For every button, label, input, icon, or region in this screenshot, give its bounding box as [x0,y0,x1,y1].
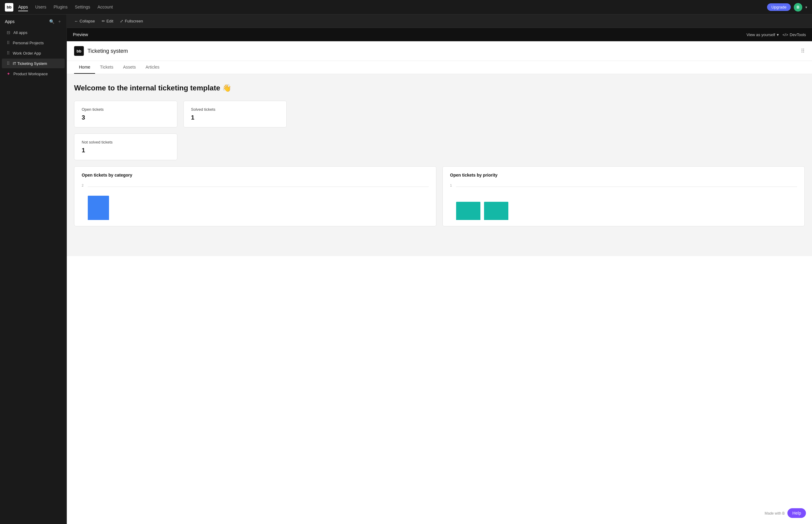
chart-priority: Open tickets by priority 1 [443,166,805,226]
edit-label: Edit [107,19,113,23]
chart-bar [88,196,109,220]
sidebar-title: Apps [5,19,15,24]
edit-button[interactable]: ✏ Edit [99,18,116,24]
charts-row: Open tickets by category 2 Ope [74,166,805,226]
content-area: ↔ Collapse ✏ Edit ⤢ Fullscreen Preview V… [67,15,812,524]
app-preview: bb Ticketing system ⠿ Home Tickets Asset… [67,41,812,524]
top-nav-right: Upgrade B ▾ [767,3,807,12]
sidebar-item-label: All apps [13,30,27,35]
stat-label: Not solved tickets [82,140,170,144]
grid-icon: ⊟ [7,30,10,35]
chart-area-category: 2 [82,183,429,220]
dots-icon: ⠿ [7,51,10,55]
sidebar-item-work-order-app[interactable]: ⠿ Work Order App [2,48,65,58]
chart-bar-1 [456,202,480,220]
fullscreen-button[interactable]: ⤢ Fullscreen [117,18,145,24]
stat-label: Open tickets [82,107,170,112]
preview-title: Preview [73,32,88,37]
stat-value: 1 [191,114,279,121]
collapse-label: Collapse [80,19,95,23]
devtools-label: DevTools [790,32,806,37]
app-nav: Home Tickets Assets Articles [67,61,812,74]
stat-value: 1 [82,147,170,154]
search-icon[interactable]: 🔍 [49,19,54,24]
stat-value: 3 [82,114,170,121]
dots-icon: ⠿ [7,61,10,66]
main-layout: Apps 🔍 ＋ ⊟ All apps ⠿ Personal Projects … [0,15,812,524]
stat-card-not-solved: Not solved tickets 1 [74,133,177,160]
upgrade-button[interactable]: Upgrade [767,3,791,11]
app-content: Welcome to the internal ticketing templa… [67,74,812,256]
preview-header: Preview View as yourself ▾ </> DevTools [67,28,812,41]
collapse-icon: ↔ [74,19,78,23]
chart-title: Open tickets by category [82,173,429,178]
app-nav-home[interactable]: Home [74,61,95,74]
edit-icon: ✏ [102,19,105,23]
fullscreen-icon: ⤢ [120,19,123,23]
nav-settings[interactable]: Settings [75,3,90,11]
star-icon: ✦ [7,71,10,76]
sidebar-header: Apps 🔍 ＋ [0,15,66,27]
collapse-button[interactable]: ↔ Collapse [71,18,97,24]
nav-users[interactable]: Users [35,3,46,11]
chart-category: Open tickets by category 2 [74,166,436,226]
stats-row-1: Open tickets 3 Solved tickets 1 [74,101,805,128]
sidebar-item-all-apps[interactable]: ⊟ All apps [2,28,65,37]
stat-card-solved-tickets: Solved tickets 1 [184,101,287,128]
sidebar-item-it-ticketing-system[interactable]: ⠿ IT Ticketing System [2,59,65,68]
nav-plugins[interactable]: Plugins [53,3,67,11]
app-header-left: bb Ticketing system [74,46,128,56]
chevron-down-icon: ▾ [777,32,779,37]
app-nav-articles[interactable]: Articles [141,61,164,74]
preview-container: Preview View as yourself ▾ </> DevTools [67,28,812,524]
devtools-icon: </> [782,32,788,37]
nav-account[interactable]: Account [97,3,113,11]
app-nav-tickets[interactable]: Tickets [95,61,118,74]
stat-label: Solved tickets [191,107,279,112]
toolbar: ↔ Collapse ✏ Edit ⤢ Fullscreen [67,15,812,28]
app-nav-assets[interactable]: Assets [118,61,141,74]
logo[interactable]: bb [5,3,13,12]
stat-card-open-tickets: Open tickets 3 [74,101,177,128]
stats-row-2: Not solved tickets 1 [74,133,805,160]
sidebar-item-product-workspace[interactable]: ✦ Product Workspace [2,69,65,79]
preview-header-right: View as yourself ▾ </> DevTools [746,32,806,37]
add-icon[interactable]: ＋ [58,19,62,24]
dots-icon: ⠿ [7,40,10,45]
sidebar-item-label: Work Order App [13,51,41,55]
chart-y-label: 2 [82,183,83,187]
chart-area-priority: 1 [450,183,797,220]
chevron-down-icon[interactable]: ▾ [805,5,807,10]
view-as-label: View as yourself [746,32,775,37]
chart-bars [88,183,429,220]
chart-bar-2 [484,202,508,220]
chart-bars [456,183,797,220]
made-with-text: Made with B [765,511,785,515]
sidebar-item-label: IT Ticketing System [13,61,47,66]
sidebar-item-personal-projects[interactable]: ⠿ Personal Projects [2,38,65,48]
chart-title: Open tickets by priority [450,173,797,178]
fullscreen-label: Fullscreen [125,19,143,23]
nav-apps[interactable]: Apps [18,3,28,11]
sidebar-item-label: Product Workspace [13,71,48,76]
chart-y-label: 1 [450,183,452,187]
grid-icon[interactable]: ⠿ [801,48,805,54]
view-as-button[interactable]: View as yourself ▾ [746,32,779,37]
avatar-button[interactable]: B [794,3,802,12]
sidebar-item-label: Personal Projects [13,40,44,45]
sidebar-icons: 🔍 ＋ [49,19,62,24]
help-button[interactable]: Help [787,508,806,518]
sidebar: Apps 🔍 ＋ ⊟ All apps ⠿ Personal Projects … [0,15,67,524]
nav-items: Apps Users Plugins Settings Account [18,3,767,11]
welcome-title: Welcome to the internal ticketing templa… [74,84,805,92]
app-logo: bb [74,46,84,56]
devtools-button[interactable]: </> DevTools [782,32,806,37]
app-header: bb Ticketing system ⠿ [67,41,812,61]
top-nav: bb Apps Users Plugins Settings Account U… [0,0,812,15]
app-name: Ticketing system [87,48,128,54]
